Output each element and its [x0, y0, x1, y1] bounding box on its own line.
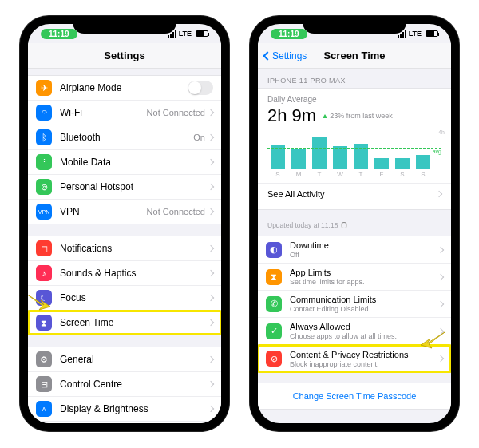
settings-row-bluetooth[interactable]: ᛒBluetoothOn	[28, 125, 221, 150]
screentime-content[interactable]: IPHONE 11 PRO MAX Daily Average 2h 9m 23…	[258, 69, 451, 423]
settings-row-screen-time[interactable]: ⧗Screen Time	[28, 311, 221, 335]
spinner-icon	[341, 222, 347, 228]
option-subtitle: Off	[290, 251, 438, 259]
option-label: Communication Limits	[290, 295, 438, 304]
focus-icon: ☾	[36, 290, 52, 306]
row-label: Display & Brightness	[60, 403, 208, 414]
chart-bar	[291, 149, 306, 169]
see-all-activity-row[interactable]: See All Activity	[258, 183, 451, 204]
settings-row-general[interactable]: ⚙General	[28, 347, 221, 372]
status-network: LTE	[179, 30, 192, 38]
chart-avg-line: avg	[267, 148, 441, 149]
status-right: LTE	[168, 30, 208, 38]
display-icon: A	[36, 401, 52, 417]
chevron-right-icon	[208, 406, 214, 412]
settings-row-display-brightness[interactable]: ADisplay & Brightness	[28, 397, 221, 422]
change-passcode-label: Change Screen Time Passcode	[293, 391, 417, 401]
chart-tick: W	[333, 171, 347, 178]
usage-card: Daily Average 2h 9m 23% from last week 4…	[258, 88, 451, 210]
downtime-icon: ◐	[266, 242, 282, 258]
battery-icon	[426, 30, 438, 37]
row-label: Focus	[60, 292, 208, 303]
chevron-right-icon	[208, 319, 214, 326]
settings-content[interactable]: ✈Airplane Mode⌔Wi-FiNot ConnectedᛒBlueto…	[28, 69, 221, 423]
option-row-app-limits[interactable]: ⧗App LimitsSet time limits for apps.	[258, 264, 451, 291]
avg-value: 2h 9m	[267, 105, 316, 126]
settings-row-control-centre[interactable]: ⊟Control Centre	[28, 372, 221, 397]
delta: 23% from last week	[323, 112, 393, 120]
row-detail: Not Connected	[147, 108, 205, 117]
back-button[interactable]: Settings	[264, 50, 307, 61]
chevron-left-icon	[263, 51, 271, 60]
settings-row-focus[interactable]: ☾Focus	[28, 286, 221, 311]
settings-row-mobile-data[interactable]: ⋮Mobile Data	[28, 150, 221, 175]
option-subtitle: Set time limits for apps.	[290, 278, 438, 286]
row-label: Personal Hotspot	[60, 181, 208, 192]
option-subtitle: Block inappropriate content.	[290, 360, 438, 368]
notch	[73, 16, 176, 34]
airplane-icon: ✈	[36, 80, 52, 96]
settings-row-wi-fi[interactable]: ⌔Wi-FiNot Connected	[28, 101, 221, 125]
content-privacy-icon: ⊘	[266, 351, 282, 367]
row-label: Airplane Mode	[60, 82, 188, 93]
settings-row-sounds-haptics[interactable]: ♪Sounds & Haptics	[28, 261, 221, 286]
row-label: Sounds & Haptics	[60, 268, 208, 279]
chevron-right-icon	[208, 245, 214, 252]
chevron-right-icon	[437, 273, 444, 280]
toggle[interactable]	[188, 81, 213, 95]
status-time: 11:19	[271, 29, 307, 39]
option-row-content-privacy-restrictions[interactable]: ⊘Content & Privacy RestrictionsBlock ina…	[258, 345, 451, 372]
sounds-icon: ♪	[36, 265, 52, 281]
phone-frame-right: 11:19 LTE Settings Screen Time IPHONE 11…	[250, 16, 459, 431]
option-label: Downtime	[290, 240, 438, 250]
settings-group-1: ✈Airplane Mode⌔Wi-FiNot ConnectedᛒBlueto…	[28, 75, 221, 224]
settings-row-home-screen[interactable]: ▦Home Screen	[28, 422, 221, 423]
status-right: LTE	[398, 30, 438, 38]
device-label: IPHONE 11 PRO MAX	[258, 69, 451, 88]
notch	[303, 16, 406, 34]
back-label: Settings	[272, 50, 307, 61]
chevron-right-icon	[437, 300, 444, 307]
option-subtitle: Contact Editing Disabled	[290, 305, 438, 313]
settings-row-airplane-mode[interactable]: ✈Airplane Mode	[28, 76, 221, 101]
chevron-right-icon	[436, 191, 442, 197]
page-title: Screen Time	[323, 50, 385, 61]
change-passcode-button[interactable]: Change Screen Time Passcode	[258, 383, 451, 410]
chevron-right-icon	[208, 295, 214, 301]
phone-frame-left: 11:19 LTE Settings ✈Airplane Mode⌔Wi-FiN…	[20, 16, 229, 431]
always-allowed-icon: ✓	[266, 323, 282, 339]
updated-text: Updated today at 11:18	[258, 218, 451, 229]
screen-time-icon: ⧗	[36, 315, 52, 331]
wifi-icon: ⌔	[36, 105, 52, 121]
chevron-right-icon	[208, 208, 214, 215]
chart-bar	[333, 146, 347, 169]
option-row-downtime[interactable]: ◐DowntimeOff	[258, 236, 451, 264]
screen-left: 11:19 LTE Settings ✈Airplane Mode⌔Wi-FiN…	[28, 24, 221, 423]
chart-bar	[374, 158, 389, 169]
chart-y-label: 4h	[438, 129, 445, 135]
row-label: Screen Time	[60, 317, 208, 328]
settings-row-notifications[interactable]: ◻Notifications	[28, 236, 221, 261]
hotspot-icon: ⊚	[36, 179, 52, 195]
option-row-communication-limits[interactable]: ✆Communication LimitsContact Editing Dis…	[258, 291, 451, 318]
settings-group-3: ⚙General⊟Control CentreADisplay & Bright…	[28, 347, 221, 423]
chevron-right-icon	[208, 270, 214, 276]
row-label: Notifications	[60, 243, 208, 254]
nav-bar: Settings Screen Time	[258, 43, 451, 69]
screentime-options: ◐DowntimeOff⧗App LimitsSet time limits f…	[258, 236, 451, 373]
chevron-right-icon	[208, 356, 214, 363]
chevron-right-icon	[208, 134, 214, 141]
chart-tick: S	[416, 171, 430, 178]
row-label: General	[60, 354, 208, 365]
settings-row-vpn[interactable]: VPNVPNNot Connected	[28, 200, 221, 224]
chart-tick: T	[312, 171, 327, 178]
see-all-label: See All Activity	[267, 189, 437, 199]
settings-row-personal-hotspot[interactable]: ⊚Personal Hotspot	[28, 175, 221, 200]
chevron-right-icon	[437, 246, 444, 252]
option-row-always-allowed[interactable]: ✓Always AllowedChoose apps to allow at a…	[258, 318, 451, 345]
chart-tick: M	[291, 171, 306, 178]
comm-limits-icon: ✆	[266, 296, 282, 312]
row-label: Control Centre	[60, 379, 208, 390]
chart-bar	[312, 137, 327, 169]
triangle-up-icon	[323, 114, 327, 118]
